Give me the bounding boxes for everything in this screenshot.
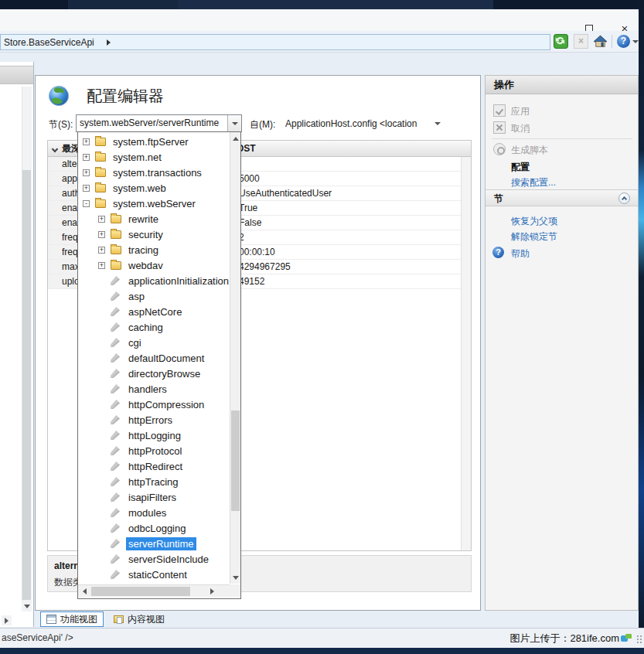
tree-item[interactable]: applicationInitialization xyxy=(78,273,230,288)
tree-item[interactable]: httpLogging xyxy=(78,427,230,443)
tree-item[interactable]: odbcLogging xyxy=(78,520,230,536)
tab-content-view[interactable]: 内容视图 xyxy=(108,611,170,627)
expand-toggle-icon[interactable]: + xyxy=(98,231,105,238)
property-value[interactable]: 49152 xyxy=(235,274,471,288)
section-group-header[interactable]: 节 xyxy=(486,189,638,206)
tree-item-label[interactable]: directoryBrowse xyxy=(126,367,203,380)
tree-item-label[interactable]: defaultDocument xyxy=(126,352,206,365)
tree-item[interactable]: + system.web xyxy=(78,180,230,196)
scroll-up-icon[interactable] xyxy=(230,133,240,144)
tree-item[interactable]: modules xyxy=(78,505,230,520)
grid-vertical-scrollbar[interactable] xyxy=(461,157,471,550)
tree-item-label[interactable]: applicationInitialization xyxy=(126,274,231,288)
tree-item[interactable]: defaultDocument xyxy=(78,350,230,366)
expand-toggle-icon[interactable]: + xyxy=(98,262,105,269)
tree-item[interactable]: + rewrite xyxy=(78,211,230,227)
tree-item-label[interactable]: rewrite xyxy=(126,213,161,226)
tree-item[interactable]: handlers xyxy=(78,381,230,397)
refresh-icon[interactable] xyxy=(554,34,568,49)
tree-item-label[interactable]: odbcLogging xyxy=(126,522,188,535)
property-value[interactable]: False xyxy=(235,216,471,230)
property-value[interactable]: 4294967295 xyxy=(235,260,471,274)
scroll-left-icon[interactable] xyxy=(79,586,90,596)
tree-item-label[interactable]: system.ftpServer xyxy=(111,135,191,148)
from-dropdown-icon[interactable] xyxy=(434,122,441,125)
expand-toggle-icon[interactable]: + xyxy=(83,169,90,176)
tree-item-label[interactable]: serverSideInclude xyxy=(126,553,211,566)
tree-item[interactable]: httpRedirect xyxy=(78,458,230,474)
tree-item[interactable]: + system.ftpServer xyxy=(78,134,230,149)
apply-button[interactable]: 应用 xyxy=(486,104,638,119)
tree-item[interactable]: directoryBrowse xyxy=(78,366,230,381)
address-bar[interactable]: Store.BaseServiceApi xyxy=(0,34,550,50)
expand-toggle-icon[interactable]: + xyxy=(83,185,90,192)
help-link[interactable]: ? 帮助 xyxy=(486,246,638,261)
tree-item[interactable]: asp xyxy=(78,288,230,304)
tree-item-label[interactable]: system.net xyxy=(111,151,164,164)
tree-vertical-scrollbar[interactable] xyxy=(230,132,240,584)
tab-features-view[interactable]: 功能视图 xyxy=(40,611,104,627)
tree-item-label[interactable]: isapiFilters xyxy=(126,491,179,504)
tree-item-label[interactable]: staticContent xyxy=(126,568,189,581)
tree-item[interactable]: httpProtocol xyxy=(78,443,230,458)
scroll-down-icon[interactable] xyxy=(22,601,32,611)
property-value[interactable] xyxy=(235,157,471,171)
search-configuration-link[interactable]: 搜索配置... xyxy=(486,175,638,190)
from-combobox[interactable]: ApplicationHost.config <location xyxy=(285,118,417,129)
tree-item[interactable]: httpErrors xyxy=(78,412,230,427)
unlock-section-link[interactable]: 解除锁定节 xyxy=(486,229,638,244)
tree-item-label[interactable]: cgi xyxy=(126,336,144,349)
tree-item[interactable]: httpCompression xyxy=(78,397,230,412)
tree-item-label[interactable]: system.webServer xyxy=(111,197,198,210)
breadcrumb[interactable]: Store.BaseServiceApi xyxy=(1,37,94,48)
tree-item-label[interactable]: httpLogging xyxy=(126,429,183,442)
revert-to-parent-link[interactable]: 恢复为父项 xyxy=(486,213,638,229)
tree-item-label[interactable]: serverRuntime xyxy=(126,537,196,550)
section-combobox[interactable]: system.webServer/serverRuntime xyxy=(76,114,242,132)
property-value[interactable]: True xyxy=(235,201,471,215)
property-value[interactable]: UseAuthenticatedUser xyxy=(235,186,471,200)
expand-toggle-icon[interactable]: + xyxy=(83,138,90,145)
tree-item-label[interactable]: caching xyxy=(126,321,165,334)
tree-item-label[interactable]: aspNetCore xyxy=(126,305,184,318)
scroll-right-icon[interactable] xyxy=(2,615,12,625)
tree-item[interactable]: serverRuntime xyxy=(78,536,230,551)
tree-item[interactable]: isapiFilters xyxy=(78,489,230,505)
tree-item[interactable]: caching xyxy=(78,319,230,335)
help-dropdown-icon[interactable] xyxy=(632,40,639,43)
tree-item[interactable]: cgi xyxy=(78,335,230,350)
tree-item[interactable]: staticContent xyxy=(78,567,230,582)
tree-item[interactable]: + security xyxy=(78,227,230,242)
help-icon[interactable]: ? xyxy=(617,35,630,48)
property-value[interactable]: 5000 xyxy=(235,172,471,186)
expand-toggle-icon[interactable]: + xyxy=(98,216,105,223)
property-value[interactable]: 00:00:10 xyxy=(235,245,471,259)
tree-hscroll-thumb[interactable] xyxy=(91,587,190,596)
section-combobox-dropdown-button[interactable] xyxy=(227,115,241,131)
tree-item[interactable]: + system.transactions xyxy=(78,165,230,180)
tree-item[interactable]: httpTracing xyxy=(78,474,230,489)
resize-grip[interactable] xyxy=(636,635,642,644)
tree-item[interactable]: aspNetCore xyxy=(78,304,230,319)
property-value[interactable]: 2 xyxy=(235,230,471,244)
tree-horizontal-scrollbar[interactable] xyxy=(78,584,230,597)
tree-item-label[interactable]: httpTracing xyxy=(126,475,181,489)
tree-item-label[interactable]: security xyxy=(126,228,165,241)
expand-toggle-icon[interactable]: - xyxy=(83,200,90,207)
tree-item-label[interactable]: tracing xyxy=(126,244,161,257)
tree-item-label[interactable]: httpProtocol xyxy=(126,445,184,458)
collapse-section-button[interactable] xyxy=(618,192,630,204)
tree-item-label[interactable]: modules xyxy=(126,506,169,519)
stop-icon[interactable]: × xyxy=(574,34,588,49)
tree-item[interactable]: + webdav xyxy=(78,257,230,273)
scroll-down-icon[interactable] xyxy=(230,572,240,583)
tree-item-label[interactable]: httpCompression xyxy=(126,398,206,411)
tree-item-label[interactable]: httpRedirect xyxy=(126,460,185,473)
cancel-button[interactable]: 取消 xyxy=(486,121,638,136)
tree-item[interactable]: + tracing xyxy=(78,242,230,257)
tree-item-label[interactable]: webdav xyxy=(126,259,165,272)
tree-vscroll-thumb[interactable] xyxy=(231,410,240,511)
expand-toggle-icon[interactable]: + xyxy=(98,247,105,254)
expand-toggle-icon[interactable]: + xyxy=(83,154,90,161)
tree-item-label[interactable]: system.transactions xyxy=(111,166,204,179)
